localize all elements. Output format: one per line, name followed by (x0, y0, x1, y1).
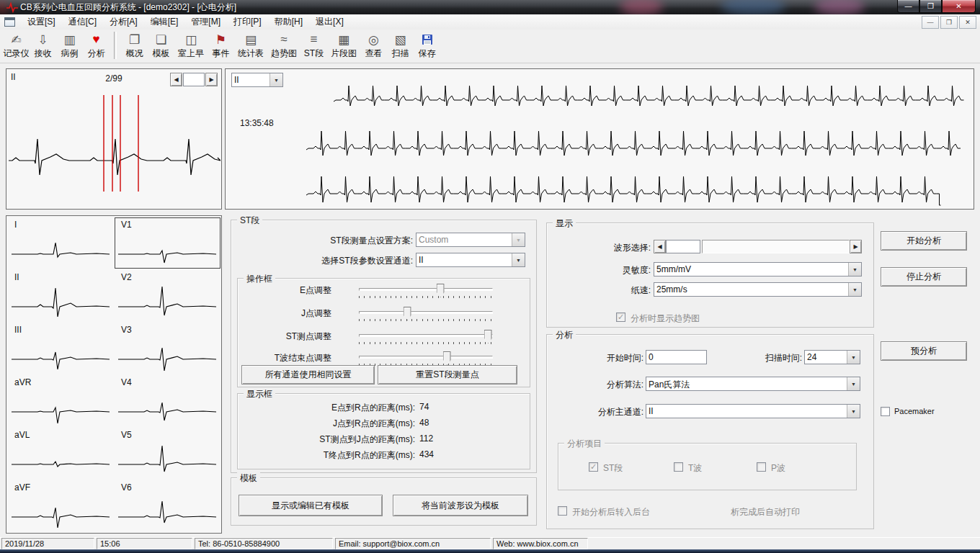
lead-cell-V5[interactable]: V5 (115, 428, 220, 479)
lead-cell-aVL[interactable]: aVL (8, 428, 113, 479)
title-bar[interactable]: CB系列心电血压回顾分析系统 - [demo2302] - [心电分析] — ❐… (0, 0, 980, 14)
pacemaker-checkbox[interactable] (881, 407, 890, 416)
pager-edit-box[interactable] (183, 73, 205, 86)
toolbar-events-button[interactable]: ⚑ 事件 (208, 30, 234, 58)
chevron-down-icon[interactable]: ▼ (847, 351, 860, 364)
toolbar-analyze-button[interactable]: ♥ 分析 (83, 30, 110, 58)
chevron-down-icon[interactable]: ▼ (847, 377, 860, 390)
same-settings-button[interactable]: 所有通道使用相同设置 (241, 365, 375, 385)
toolbar-stats-button[interactable]: ▤ 统计表 (234, 30, 267, 58)
j-point-slider[interactable] (359, 311, 493, 314)
beat-pager-control: ◀ ▶ (170, 73, 218, 86)
menu-communication[interactable]: 通信[C] (62, 14, 103, 30)
menu-edit[interactable]: 编辑[E] (144, 14, 185, 30)
beat-detail-panel[interactable]: II 2/99 ◀ ▶ (6, 68, 222, 210)
lead-cell-III[interactable]: III (8, 323, 113, 374)
sensitivity-select[interactable]: 5mm/mV ▼ (654, 262, 862, 276)
mdi-restore-button[interactable]: ❐ (940, 16, 958, 29)
e-to-r-value: 74 (419, 402, 429, 412)
main-channel-select[interactable]: II ▼ (646, 404, 860, 418)
analysis-items-legend: 分析项目 (564, 438, 605, 450)
toolbar-cases-button[interactable]: ▥ 病例 (56, 30, 83, 58)
menu-manage[interactable]: 管理[M] (184, 14, 227, 30)
pager-prev-button[interactable]: ◀ (170, 73, 182, 86)
algorithm-select[interactable]: Pan氏算法 ▼ (646, 377, 860, 391)
st-scheme-select: Custom ▼ (416, 233, 525, 247)
lead-cell-V4[interactable]: V4 (115, 375, 220, 426)
lead-cell-I[interactable]: I (8, 217, 113, 269)
set-template-button[interactable]: 将当前波形设为模板 (393, 495, 528, 516)
strip-timestamp: 13:35:48 (240, 118, 274, 128)
reset-st-points-button[interactable]: 重置ST段测量点 (378, 365, 517, 385)
toolbar-template-button[interactable]: ❏ 模板 (148, 30, 174, 58)
start-time-label: 开始时间: (547, 352, 643, 364)
chevron-down-icon[interactable]: ▼ (512, 253, 525, 266)
lead-cell-V6[interactable]: V6 (115, 480, 220, 531)
toolbar-scan-button[interactable]: ▧ 扫描 (387, 30, 414, 58)
close-button[interactable]: ✕ (942, 0, 976, 13)
toolbar-recorder-button[interactable]: ✍ 记录仪 (3, 30, 30, 58)
pacemaker-label: Pacemaker (894, 407, 935, 415)
toolbar-st-button[interactable]: ≡ ST段 (300, 30, 327, 58)
lead-cell-V2[interactable]: V2 (115, 270, 220, 321)
application-window: { "window": { "title": "CB系列心电血压回顾分析系统 -… (0, 0, 980, 553)
toolbar-overview-button[interactable]: ❐ 概况 (121, 30, 148, 58)
stop-analysis-button[interactable]: 停止分析 (881, 267, 967, 287)
lead-wave-V4 (117, 388, 218, 426)
mdi-minimize-button[interactable]: — (922, 16, 939, 29)
lead-cell-aVF[interactable]: aVF (8, 480, 113, 531)
restore-button[interactable]: ❐ (919, 0, 942, 13)
toolbar-receive-button[interactable]: ⇩ 接收 (30, 30, 56, 58)
lead-cell-V1[interactable]: V1 (115, 217, 220, 269)
background-checkbox (558, 506, 567, 516)
toolbar-fragments-button[interactable]: ▦ 片段图 (327, 30, 360, 58)
ecg-strip-panel[interactable]: II ▼ 13:35:48 (225, 68, 974, 210)
toolbar-save-button[interactable]: 保存 (414, 30, 440, 58)
t-end-slider-label: T波结束点调整 (238, 352, 331, 364)
menu-print[interactable]: 打印[P] (227, 14, 268, 30)
chevron-down-icon[interactable]: ▼ (848, 283, 861, 296)
start-time-input[interactable]: 0 (646, 350, 707, 364)
autoprint-label: 析完成后自动打印 (731, 506, 800, 518)
t-end-slider[interactable] (359, 356, 493, 359)
start-analysis-button[interactable]: 开始分析 (881, 231, 967, 251)
wave-select-box[interactable] (666, 240, 700, 253)
menu-analysis[interactable]: 分析[A] (103, 14, 144, 30)
strip-lead-select[interactable]: II ▼ (231, 73, 283, 87)
lead-cell-II[interactable]: II (8, 270, 113, 321)
st-to-j-label: ST测点到J点的距离(ms): (238, 433, 415, 446)
wave-select-scrollbar[interactable]: ◀ ▶ (654, 240, 862, 253)
scroll-left-button[interactable]: ◀ (654, 240, 666, 253)
st-point-slider[interactable] (359, 334, 493, 337)
toolbar-view-button[interactable]: ◎ 查看 (360, 30, 387, 58)
scan-time-label: 扫描时间: (734, 352, 802, 364)
menu-help[interactable]: 帮助[H] (268, 14, 309, 30)
st-channel-select[interactable]: II ▼ (416, 253, 525, 267)
lead-wave-V5 (117, 441, 218, 478)
scan-time-select[interactable]: 24 ▼ (804, 350, 860, 364)
chevron-down-icon[interactable]: ▼ (847, 405, 860, 418)
menu-settings[interactable]: 设置[S] (21, 14, 62, 30)
chevron-down-icon[interactable]: ▼ (270, 73, 282, 86)
fragments-icon: ▦ (338, 31, 349, 48)
scroll-right-button[interactable]: ▶ (850, 240, 862, 253)
toolbar-sve-button[interactable]: ◫ 室上早 (174, 30, 208, 58)
e-point-slider[interactable] (359, 288, 493, 291)
lead-cell-aVR[interactable]: aVR (8, 375, 113, 426)
edit-templates-button[interactable]: 显示或编辑已有模板 (239, 495, 383, 516)
minimize-button[interactable]: — (897, 0, 919, 13)
status-time: 15:06 (97, 538, 192, 549)
pager-next-button[interactable]: ▶ (205, 73, 218, 86)
beat-waveform-canvas[interactable] (7, 91, 220, 209)
mdi-child-icon[interactable] (4, 17, 15, 27)
wallpaper-blob (721, 0, 785, 14)
paper-speed-select[interactable]: 25mm/s ▼ (654, 282, 862, 297)
chevron-down-icon[interactable]: ▼ (848, 263, 861, 276)
window-controls: — ❐ ✕ (897, 0, 976, 13)
toolbar-trend-button[interactable]: ≈ 趋势图 (267, 30, 300, 58)
pre-analysis-button[interactable]: 预分析 (881, 341, 967, 361)
menu-exit[interactable]: 退出[X] (309, 14, 350, 30)
lead-cell-V3[interactable]: V3 (115, 323, 220, 374)
mdi-close-button[interactable]: ✕ (959, 16, 976, 29)
scroll-track[interactable] (702, 240, 850, 253)
